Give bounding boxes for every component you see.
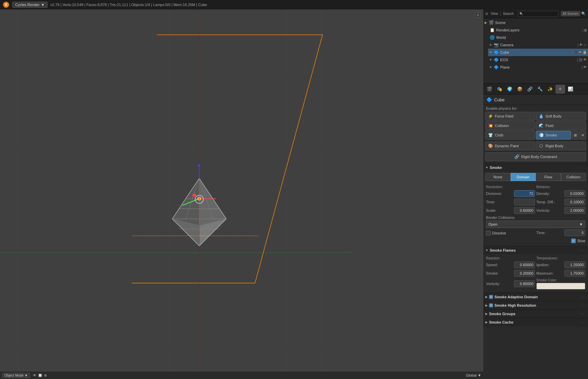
particles-props-btn[interactable]: ✨	[545, 85, 555, 94]
all-scenes-dropdown[interactable]: All Scenes	[561, 11, 580, 16]
ignition-row: Ignition: 1.25000	[536, 261, 585, 268]
maximum-input[interactable]: 1.75000	[564, 270, 585, 277]
collision-icon: 💥	[488, 123, 493, 128]
time-input[interactable]	[514, 199, 535, 205]
data-props-btn[interactable]: 📊	[566, 85, 575, 94]
outliner-item-camera[interactable]: 👁 📷 Camera | 👁 ↔	[488, 41, 588, 49]
smoke-color-swatch[interactable]	[536, 283, 585, 289]
viewport-draw-btn[interactable]: 🔲	[38, 373, 43, 378]
outliner-item-eos[interactable]: 👁 🔷 EOS | 🎥 👁	[488, 56, 588, 64]
flames-vorticity-row: Vorticity: 0.80000	[486, 278, 535, 289]
cube-lock-icon[interactable]: 🔒	[583, 50, 587, 54]
smoke-section-options[interactable]: ···	[581, 165, 586, 170]
smoke-flames-options[interactable]: ···	[581, 248, 586, 253]
adaptive-domain-options[interactable]: ···	[581, 294, 586, 300]
object-name: Cube	[494, 97, 505, 102]
dissolve-time-input[interactable]: 5	[564, 229, 585, 236]
force-field-btn[interactable]: ⚡ Force Field	[485, 112, 535, 121]
outliner-item-scene[interactable]: ▶ 🎬 Scene	[483, 19, 588, 26]
object-props-btn[interactable]: 📦	[515, 85, 525, 94]
world-props-btn[interactable]: 🌍	[505, 85, 514, 94]
constraints-props-btn[interactable]: 🔗	[525, 85, 535, 94]
plane-restrict-view[interactable]: 👁	[583, 65, 587, 69]
smoke-tab-domain[interactable]: Domain	[511, 173, 536, 181]
scale-input[interactable]: 0.60000	[514, 207, 535, 214]
vorticity-row: Vorticity: 2.00000	[536, 207, 585, 214]
flames-vorticity-input[interactable]: 0.80000	[514, 280, 535, 287]
density-input[interactable]: 0.02000	[564, 190, 585, 197]
smoke-flames-header[interactable]: ▼ Smoke Flames ···	[483, 246, 588, 254]
outliner: ⊞ View | Search 🔍 All Scenes 🔍 ▶	[483, 9, 588, 84]
high-res-checkbox[interactable]	[489, 303, 493, 307]
global-local-btn[interactable]: Global ▼	[466, 373, 481, 377]
object-type-icon: 🔷	[486, 97, 492, 103]
divisions-input[interactable]: 72	[514, 190, 535, 197]
smoke-color-label: Smoke Color:	[536, 278, 585, 282]
viewport-split-button[interactable]: +	[475, 12, 481, 18]
svg-point-66	[198, 197, 201, 200]
camera-restrict-icon[interactable]: 👁	[579, 43, 583, 47]
outliner-item-renderlayers[interactable]: 📋 RenderLayers | ⊞	[488, 26, 588, 34]
dynamic-paint-btn[interactable]: 🎨 Dynamic Paint	[485, 142, 535, 150]
smoke-expand-btn[interactable]: ⊞	[572, 131, 579, 140]
viewport-pivot-btn[interactable]: ⊕	[44, 373, 47, 378]
smoke-tab-collision[interactable]: Collision	[561, 173, 586, 181]
svg-line-57	[199, 219, 226, 246]
temp-diff-input[interactable]: 0.10000	[564, 199, 585, 205]
smoke-tab-none[interactable]: None	[485, 173, 511, 181]
smoke-adaptive-domain-header[interactable]: ▶ Smoke Adaptive Domain ···	[483, 293, 588, 301]
high-res-title: Smoke High Resolution	[494, 303, 536, 307]
svg-text:B: B	[5, 3, 7, 7]
physics-props-btn[interactable]: ⚛	[556, 85, 565, 94]
smoke-high-res-header[interactable]: ▶ Smoke High Resolution ···	[483, 301, 588, 309]
smoke-tab-flow[interactable]: Flow	[536, 173, 561, 181]
groups-options[interactable]: ···	[581, 311, 586, 317]
rigid-body-constraint-btn[interactable]: 🔗 Rigid Body Constraint	[485, 152, 586, 161]
outliner-item-cube[interactable]: 👁 🔷 Cube | 🎥 👁 🔒	[488, 49, 588, 56]
viewport-icon-btn[interactable]: 👁	[33, 373, 36, 377]
border-collisions-dropdown[interactable]: Open ▼	[486, 221, 585, 228]
cube-restrict-render[interactable]: 🎥	[574, 50, 578, 54]
dissolve-checkbox[interactable]	[486, 231, 491, 235]
smoke-groups-header[interactable]: ▶ Smoke Groups ···	[483, 310, 588, 318]
flames-smoke-input[interactable]: 0.20000	[514, 270, 535, 277]
cube-restrict-view[interactable]: 👁	[579, 50, 582, 54]
soft-body-btn[interactable]: 💧 Soft Body	[536, 112, 586, 121]
modifiers-props-btn[interactable]: 🔧	[535, 85, 545, 94]
outliner-item-world[interactable]: 🌐 World	[488, 34, 588, 41]
physics-buttons-grid: ⚡ Force Field 💧 Soft Body 💥 Collision 🌊 …	[483, 111, 588, 142]
cache-title: Smoke Cache	[489, 320, 513, 324]
adaptive-domain-checkbox[interactable]	[489, 295, 493, 299]
outliner-item-plane[interactable]: 👁 🔷 Plane | 👁	[488, 64, 588, 71]
high-res-options[interactable]: ···	[581, 303, 586, 308]
scene-props-btn[interactable]: 🎭	[495, 85, 504, 94]
eos-restrict-render[interactable]: 🎥	[579, 58, 583, 62]
smoke-cache-header[interactable]: ▶ Smoke Cache ···	[483, 318, 588, 326]
smoke-btn[interactable]: 💨 Smoke	[536, 131, 571, 140]
outliner-view-label[interactable]: View	[491, 12, 498, 16]
renderlayers-extra-icon[interactable]: ⊞	[584, 28, 587, 32]
viewport-3d[interactable]: + Object Mode ▼ 👁 🔲 ⊕ Global ▼	[0, 9, 483, 379]
smoke-settings-btn[interactable]: ✕	[579, 131, 586, 140]
groups-title: Smoke Groups	[489, 312, 515, 316]
vorticity-input[interactable]: 2.00000	[564, 207, 585, 214]
fluid-btn[interactable]: 🌊 Fluid	[536, 121, 586, 130]
camera-extra-icon[interactable]: ↔	[583, 43, 587, 47]
collision-btn[interactable]: 💥 Collision	[485, 121, 535, 130]
render-props-btn[interactable]: 🎬	[485, 85, 494, 94]
svg-line-61	[199, 178, 213, 219]
cloth-btn[interactable]: 👕 Cloth	[485, 131, 535, 140]
svg-line-54	[172, 178, 199, 219]
eos-restrict-view[interactable]: 👁	[583, 58, 587, 62]
viewport-mode-button[interactable]: Object Mode ▼	[2, 373, 30, 378]
flames-speed-input[interactable]: 0.60000	[514, 261, 535, 268]
slow-checkbox[interactable]	[571, 238, 576, 243]
renderer-selector[interactable]: Cycles Render ▼	[12, 2, 48, 8]
cache-options[interactable]: ···	[581, 320, 586, 325]
temperatures-label: Temperatures:	[536, 256, 585, 260]
search-icon[interactable]: 🔍	[581, 11, 586, 16]
smoke-section-header[interactable]: ▼ Smoke ···	[483, 163, 588, 172]
outliner-search-label[interactable]: Search	[503, 12, 514, 16]
rigid-body-btn[interactable]: ⬡ Rigid Body	[536, 142, 586, 150]
ignition-input[interactable]: 1.25000	[564, 261, 585, 268]
